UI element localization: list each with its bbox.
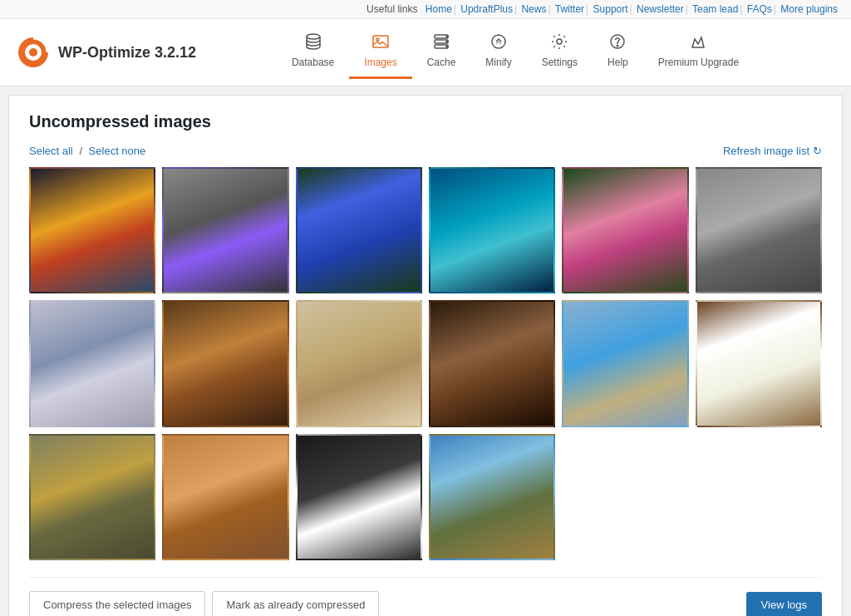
tab-premium-label: Premium Upgrade (658, 57, 739, 68)
selection-bar: Select all / Select none Refresh image l… (29, 145, 822, 157)
separator: / (79, 145, 85, 157)
svg-point-5 (376, 38, 379, 41)
refresh-link[interactable]: Refresh image list ↻ (723, 145, 822, 157)
tab-settings-label: Settings (542, 57, 578, 68)
tab-minify-label: Minify (485, 57, 511, 68)
nav-tabs: Database Images Cache Minify (196, 26, 834, 79)
header-main: WP-Optimize 3.2.12 Database Images Cac (0, 19, 851, 86)
refresh-link-label: Refresh image list (723, 145, 809, 157)
svg-point-13 (557, 39, 562, 44)
image-item-5[interactable] (562, 167, 688, 293)
page-title: Uncompressed images (29, 112, 822, 131)
link-home[interactable]: Home (426, 3, 452, 15)
tab-images-label: Images (364, 57, 396, 68)
refresh-icon: ↻ (813, 145, 822, 157)
help-icon (608, 32, 627, 53)
mark-compressed-button[interactable]: Mark as already compressed (212, 591, 379, 616)
svg-point-11 (446, 46, 448, 47)
cache-icon (432, 32, 450, 53)
view-logs-button[interactable]: View logs (746, 592, 822, 616)
tab-minify[interactable]: Minify (470, 26, 526, 79)
image-item-16[interactable] (429, 434, 555, 560)
image-item-11[interactable] (562, 300, 688, 426)
settings-icon (550, 32, 568, 53)
logo-text: WP-Optimize 3.2.12 (58, 44, 196, 62)
link-teamlead[interactable]: Team lead (692, 3, 738, 15)
image-item-9[interactable] (296, 300, 422, 426)
svg-point-10 (446, 41, 448, 42)
image-item-14[interactable] (162, 434, 288, 560)
image-item-1[interactable] (29, 167, 155, 293)
tab-database[interactable]: Database (277, 26, 349, 79)
tab-cache-label: Cache (427, 57, 456, 68)
image-item-4[interactable] (429, 167, 555, 293)
useful-links-bar: Useful links Home| UpdraftPlus| News| Tw… (0, 0, 851, 19)
tab-database-label: Database (292, 57, 334, 68)
link-news[interactable]: News (521, 3, 546, 15)
image-item-13[interactable] (29, 434, 155, 560)
logo-area: WP-Optimize 3.2.12 (17, 36, 196, 69)
image-item-3[interactable] (296, 167, 422, 293)
tab-cache[interactable]: Cache (412, 26, 471, 79)
svg-rect-4 (373, 36, 388, 47)
image-item-6[interactable] (696, 167, 822, 293)
action-buttons: Compress the selected images Mark as alr… (29, 591, 379, 616)
selection-links: Select all / Select none (29, 145, 145, 157)
link-newsletter[interactable]: Newsletter (637, 3, 684, 15)
useful-links-label: Useful links (366, 3, 417, 15)
tab-premium[interactable]: Premium Upgrade (643, 26, 754, 79)
svg-point-3 (307, 34, 320, 39)
tab-help-label: Help (608, 57, 628, 68)
logo-icon (17, 36, 50, 69)
images-icon (371, 32, 390, 53)
image-item-7[interactable] (29, 300, 155, 426)
tab-settings[interactable]: Settings (527, 26, 593, 79)
link-twitter[interactable]: Twitter (555, 3, 584, 15)
svg-point-9 (446, 36, 448, 37)
database-icon (304, 32, 322, 53)
link-more-plugins[interactable]: More plugins (780, 3, 838, 15)
image-item-2[interactable] (162, 167, 288, 293)
image-item-10[interactable] (429, 300, 555, 426)
image-item-12[interactable] (696, 300, 822, 426)
top-bar: Useful links Home| UpdraftPlus| News| Tw… (0, 0, 851, 86)
tab-images[interactable]: Images (349, 26, 411, 79)
image-item-15[interactable] (296, 434, 422, 560)
svg-point-2 (29, 48, 37, 57)
select-all-link[interactable]: Select all (29, 145, 73, 157)
link-updraftplus[interactable]: UpdraftPlus (460, 3, 513, 15)
image-item-8[interactable] (162, 300, 288, 426)
compress-button[interactable]: Compress the selected images (29, 591, 205, 616)
svg-point-15 (617, 45, 619, 47)
select-none-link[interactable]: Select none (89, 145, 146, 157)
tab-help[interactable]: Help (593, 26, 643, 79)
premium-icon (689, 32, 707, 53)
image-grid (29, 167, 822, 560)
page-content: Uncompressed images Select all / Select … (8, 95, 843, 616)
minify-icon (489, 32, 508, 53)
link-support[interactable]: Support (593, 3, 628, 15)
link-faqs[interactable]: FAQs (747, 3, 772, 15)
bottom-actions: Compress the selected images Mark as alr… (29, 577, 822, 616)
